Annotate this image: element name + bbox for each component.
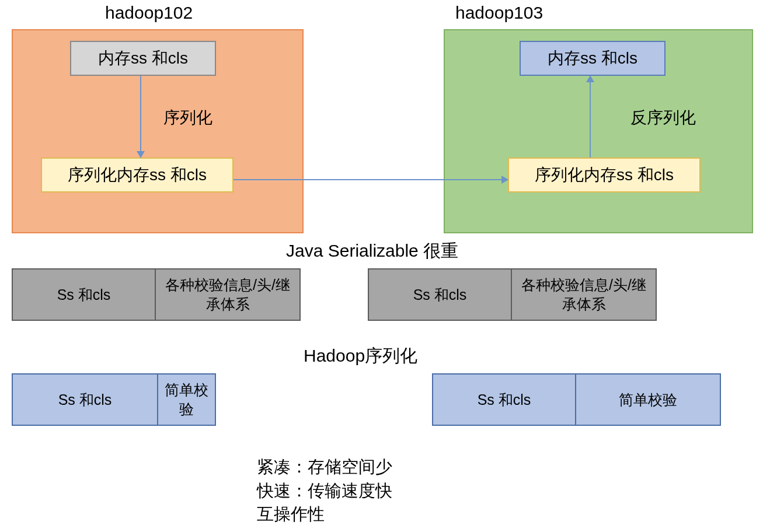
benefit-fast: 快速：传输速度快 (257, 479, 392, 503)
serialized-box-right: 序列化内存ss 和cls (508, 158, 701, 192)
java-right-cell1: Ss 和cls (369, 270, 511, 320)
hadoop-row-left: Ss 和cls 简单校验 (12, 373, 216, 426)
java-left-cell1: Ss 和cls (13, 270, 155, 320)
arrow-deserialize (590, 76, 591, 158)
hadoop-right-cell1: Ss 和cls (433, 374, 575, 425)
serialized-box-left: 序列化内存ss 和cls (41, 158, 234, 192)
memory-box-blue: 内存ss 和cls (520, 41, 666, 76)
java-row-left: Ss 和cls 各种校验信息/头/继承体系 (12, 268, 301, 321)
hadoop-left-cell1: Ss 和cls (13, 374, 157, 425)
hadoop-left-cell2: 简单校验 (157, 374, 215, 425)
java-left-cell2: 各种校验信息/头/继承体系 (155, 270, 299, 320)
benefits-list: 紧凑：存储空间少 快速：传输速度快 互操作性 (257, 455, 392, 526)
host-left-title: hadoop102 (105, 3, 193, 23)
java-row-right: Ss 和cls 各种校验信息/头/继承体系 (368, 268, 657, 321)
hadoop-serialize-title: Hadoop序列化 (304, 344, 417, 368)
hadoop-right-cell2: 简单校验 (575, 374, 720, 425)
hadoop-row-right: Ss 和cls 简单校验 (432, 373, 721, 426)
host-right-title: hadoop103 (455, 3, 543, 23)
arrow-transfer (234, 179, 508, 180)
memory-box-gray: 内存ss 和cls (70, 41, 216, 76)
arrow-serialize (140, 76, 141, 158)
label-deserialize: 反序列化 (630, 107, 696, 129)
benefit-interop: 互操作性 (257, 502, 392, 526)
label-serialize: 序列化 (163, 107, 212, 129)
benefit-compact: 紧凑：存储空间少 (257, 455, 392, 479)
java-serializable-title: Java Serializable 很重 (286, 239, 458, 263)
java-right-cell2: 各种校验信息/头/继承体系 (511, 270, 656, 320)
